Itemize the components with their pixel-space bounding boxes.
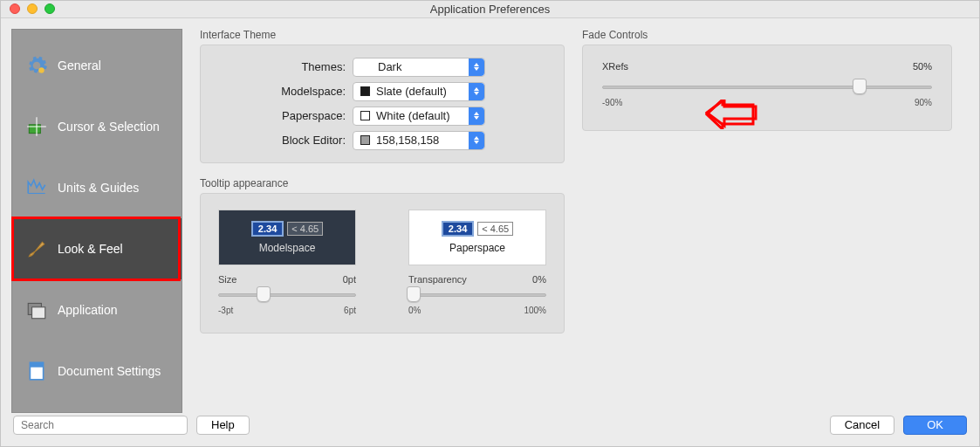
footer: Help Cancel OK — [1, 413, 979, 446]
main-area: General Cursor & Selection Units & Guide… — [1, 18, 979, 413]
gear-icon — [24, 53, 49, 78]
sidebar-item-units-guides[interactable]: Units & Guides — [12, 157, 182, 218]
sidebar-item-label: Document Settings — [58, 364, 161, 378]
cancel-button[interactable]: Cancel — [830, 416, 894, 435]
tooltip-preview-modelspace: 2.34 < 4.65 Modelspace — [218, 210, 356, 265]
select-block-editor[interactable]: 158,158,158 — [353, 131, 485, 150]
svg-rect-6 — [30, 362, 43, 367]
slider-min: 0% — [408, 306, 421, 315]
svg-rect-4 — [32, 306, 45, 318]
annotation-red-box — [11, 217, 181, 281]
badge-value: 2.34 — [442, 221, 474, 237]
preferences-window: Application Preferences General Cursor &… — [0, 0, 980, 447]
slider-min: -3pt — [218, 306, 233, 315]
preview-label: Modelspace — [259, 242, 316, 254]
slider-value-transparency: 0% — [532, 274, 546, 285]
application-icon — [24, 298, 49, 322]
svg-rect-1 — [29, 124, 40, 133]
group-label-tooltip: Tooltip appearance — [200, 177, 565, 189]
label-block-editor: Block Editor: — [215, 134, 353, 147]
updown-icon — [469, 83, 484, 100]
select-modelspace[interactable]: Slate (default) — [353, 82, 485, 101]
preview-label: Paperspace — [449, 242, 505, 254]
slider-transparency[interactable] — [408, 288, 546, 300]
fade-value: 50% — [913, 61, 932, 72]
sidebar-item-application[interactable]: Application — [12, 279, 182, 340]
updown-icon — [469, 107, 484, 125]
sidebar-item-label: Units & Guides — [58, 181, 139, 195]
slider-max: 90% — [915, 98, 932, 107]
tooltip-appearance-box: 2.34 < 4.65 Modelspace Size 0pt - — [200, 193, 565, 334]
sidebar-item-document-settings[interactable]: Document Settings — [12, 340, 182, 402]
tooltip-paperspace-col: 2.34 < 4.65 Paperspace Transparency 0% — [408, 210, 546, 315]
svg-point-0 — [38, 67, 44, 73]
badge-value: < 4.65 — [477, 222, 513, 236]
slider-max: 100% — [524, 306, 546, 315]
ruler-icon — [24, 175, 49, 200]
select-value: Slate (default) — [376, 85, 447, 98]
slider-max: 6pt — [344, 306, 356, 315]
slider-size[interactable] — [218, 288, 356, 300]
sidebar-item-label: General — [58, 58, 101, 72]
select-themes[interactable]: Dark — [353, 58, 485, 77]
interface-theme-box: Themes: Dark Modelspace: Slate (default) — [200, 45, 565, 163]
slider-xrefs[interactable] — [602, 80, 932, 93]
slider-min: -90% — [602, 98, 622, 107]
center-column: Interface Theme Themes: Dark Modelspace:… — [200, 29, 565, 413]
tooltip-preview-paperspace: 2.34 < 4.65 Paperspace — [408, 210, 546, 265]
slider-label-transparency: Transparency — [408, 274, 467, 285]
group-label-interface-theme: Interface Theme — [200, 29, 565, 41]
swatch-modelspace — [360, 86, 370, 96]
badge-value: < 4.65 — [287, 222, 323, 236]
select-paperspace[interactable]: White (default) — [353, 107, 485, 126]
slider-value-size: 0pt — [343, 274, 356, 285]
fade-controls-box: XRefs 50% -90% 90% — [582, 45, 952, 131]
tooltip-modelspace-col: 2.34 < 4.65 Modelspace Size 0pt - — [218, 210, 356, 315]
titlebar: Application Preferences — [1, 1, 979, 18]
select-value: Dark — [360, 60, 401, 73]
label-paperspace: Paperspace: — [215, 109, 353, 122]
updown-icon — [469, 132, 484, 149]
sidebar-item-label: Cursor & Selection — [58, 120, 160, 134]
window-title: Application Preferences — [1, 3, 979, 16]
sidebar-item-cursor-selection[interactable]: Cursor & Selection — [12, 96, 182, 157]
annotation-red-arrow — [705, 100, 757, 129]
label-modelspace: Modelspace: — [215, 85, 353, 98]
ok-button[interactable]: OK — [903, 416, 967, 435]
select-value: White (default) — [376, 109, 450, 122]
swatch-paperspace — [360, 111, 370, 120]
sidebar-item-general[interactable]: General — [12, 35, 182, 96]
group-label-fade: Fade Controls — [582, 29, 952, 41]
swatch-block-editor — [360, 135, 370, 145]
sidebar-item-label: Application — [58, 303, 118, 317]
select-value: 158,158,158 — [376, 134, 439, 147]
document-icon — [24, 359, 49, 383]
fade-name: XRefs — [602, 61, 628, 72]
updown-icon — [469, 58, 484, 76]
help-button[interactable]: Help — [196, 416, 250, 435]
search-input[interactable] — [13, 416, 188, 435]
slider-label-size: Size — [218, 274, 236, 285]
label-themes: Themes: — [215, 60, 353, 73]
badge-value: 2.34 — [251, 221, 284, 237]
cursor-icon — [24, 114, 49, 139]
fade-panel: Fade Controls XRefs 50% -90% 90% — [582, 29, 952, 413]
